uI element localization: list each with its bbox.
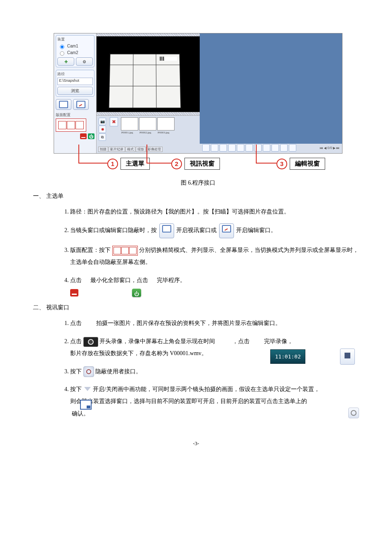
exit-icon[interactable] <box>132 289 141 297</box>
stop-record-button[interactable] <box>340 349 355 365</box>
video-window: 📷 ⏺ ⧉ ✖ P0001.jpg P0002.jpg P0003.jpg 拍摄… <box>97 33 200 153</box>
open-video-window-icon[interactable] <box>159 223 174 238</box>
list-item: 点击 最小化全部窗口，点击 完毕程序。 <box>70 274 359 299</box>
delete-button[interactable]: ✖ <box>110 117 118 126</box>
drag-handle-bottom[interactable] <box>97 112 200 115</box>
layout-switch-buttons[interactable] <box>56 119 86 132</box>
path-field[interactable]: E:\Snapshot <box>57 78 93 85</box>
tool-icon[interactable] <box>211 144 218 152</box>
figure-caption: 图 6.程序接口 <box>54 179 342 187</box>
drag-handle-top[interactable] <box>97 33 200 36</box>
list-item: 点击 开头录像，录像中屏幕右上角会显示现在时间 ，点击 完毕录像， 影片存放在预… <box>70 335 359 360</box>
page-indicator: 0/0 <box>327 146 332 150</box>
list-item: 按下 隐蔽使用者接口。 <box>70 365 359 377</box>
nav-first-icon[interactable]: ⏮ <box>320 146 323 150</box>
tool-icon[interactable] <box>254 144 262 152</box>
tool-icon[interactable] <box>246 144 253 152</box>
record-video-button[interactable]: ⏺ <box>99 126 106 133</box>
bottom-tabs[interactable]: 拍摄影片纪录格式缩放影像处理 <box>98 147 198 152</box>
section-2-heading: 二、 视讯窗口 <box>33 304 359 311</box>
thumbnail[interactable]: P0001.jpg <box>121 117 138 130</box>
list-item: 版面配置：按下 分别切换精简模式、并列显示、全屏幕显示，当切换模式为并列显示或全… <box>70 244 359 268</box>
time-badge: 11:01:02 <box>270 349 305 364</box>
minimize-icon[interactable] <box>70 289 78 296</box>
cam2-radio[interactable]: Cam2 <box>57 50 93 56</box>
page-number: -3- <box>33 440 359 447</box>
delete-icon[interactable] <box>289 144 296 152</box>
pip-window-icon[interactable] <box>80 400 92 410</box>
tool-icon[interactable] <box>202 144 210 152</box>
list-item: 当镜头窗口或编辑窗口隐蔽时，按 开启视讯窗口或 开启编辑窗口。 <box>70 223 359 238</box>
list-item: 点击 拍摄一张图片，图片保存在预设的资料夹下，并将图片显示在编辑窗口。 <box>70 317 359 329</box>
exit-button[interactable]: ⏻ <box>88 133 94 139</box>
tool-icon[interactable] <box>220 144 227 152</box>
capture-photo-button[interactable]: 📷 <box>99 118 106 125</box>
browse-button[interactable]: 浏览 <box>57 87 93 95</box>
tool-icon[interactable] <box>228 144 236 152</box>
tool-icon[interactable] <box>263 144 270 152</box>
minimize-all-button[interactable] <box>80 133 87 139</box>
callout-1: 1 主選單 <box>107 158 150 170</box>
layout-label: 版面配置 <box>56 112 94 118</box>
tool-icon[interactable] <box>272 144 279 152</box>
settings-gear-icon[interactable] <box>348 408 359 418</box>
thumbnail-toolbar: 📷 ⏺ ⧉ ✖ P0001.jpg P0002.jpg P0003.jpg 拍摄… <box>97 115 200 153</box>
callout-bubble-1: 1 <box>107 159 118 169</box>
open-video-window-button[interactable] <box>56 99 71 110</box>
nav-last-icon[interactable]: ⏭ <box>336 146 340 150</box>
devices-label: 装置 <box>57 37 93 42</box>
preview-document <box>108 54 181 109</box>
thumbnail[interactable]: P0003.jpg <box>157 117 175 130</box>
list-item: 按下 开启/关闭画中画功能，可同时显示两个镜头拍摄的画面，假设在主选单只设定一个… <box>70 383 359 420</box>
nav-prev-icon[interactable]: ◀ <box>324 146 326 150</box>
editor-window: ⏮ ◀ 0/0 ▶ ⏭ <box>200 33 342 153</box>
pip-toggle-icon[interactable] <box>83 387 92 393</box>
save-icon[interactable] <box>280 144 288 152</box>
main-menu-panel: 装置 Cam1 Cam2 ✚ ⚙ 路径 E:\Snapshot 浏览 版面配置 <box>54 33 97 153</box>
open-editor-window-icon[interactable] <box>219 223 234 238</box>
video-preview <box>97 36 200 112</box>
device-settings-button[interactable]: ⚙ <box>76 57 93 66</box>
add-device-button[interactable]: ✚ <box>57 57 74 66</box>
tool-icon[interactable] <box>237 144 244 152</box>
layout-switch-icon[interactable] <box>112 246 138 256</box>
list-item: 路径：图片存盘的位置，预设路径为【我的图片】。按【扫瞄】可选择图片存盘位置。 <box>70 206 359 218</box>
editor-toolbar: ⏮ ◀ 0/0 ▶ ⏭ <box>202 144 340 152</box>
thumbnail[interactable]: P0002.jpg <box>139 117 156 130</box>
cam1-radio[interactable]: Cam1 <box>57 43 93 50</box>
hide-ui-button[interactable] <box>83 366 94 377</box>
app-screenshot: 装置 Cam1 Cam2 ✚ ⚙ 路径 E:\Snapshot 浏览 版面配置 <box>54 33 342 154</box>
callout-3: 3 編輯視窗 <box>276 158 325 170</box>
camera-icon[interactable] <box>83 337 98 347</box>
pip-button[interactable]: ⧉ <box>99 133 106 141</box>
callout-bubble-2: 2 <box>171 159 182 169</box>
callout-bubble-3: 3 <box>276 159 287 169</box>
path-label: 路径 <box>57 71 93 77</box>
open-editor-window-button[interactable] <box>73 99 89 110</box>
section-1-heading: 一、 主选单 <box>33 192 359 200</box>
callout-2: 2 視訊視窗 <box>171 158 220 170</box>
nav-next-icon[interactable]: ▶ <box>333 146 335 150</box>
